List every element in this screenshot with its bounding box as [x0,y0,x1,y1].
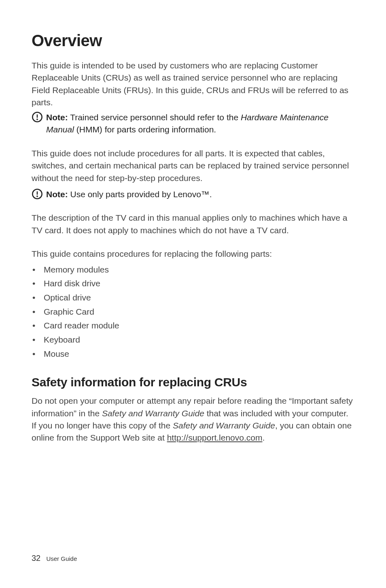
note-prefix: Note: [46,113,68,122]
bullet-icon: • [32,319,44,333]
footer-label: User Guide [46,555,77,562]
svg-point-2 [37,119,37,119]
list-item: •Memory modules [32,263,354,277]
list-item-label: Mouse [44,347,69,361]
list-item-label: Memory modules [44,263,109,277]
svg-point-5 [37,196,37,196]
list-item: •Optical drive [32,291,354,305]
note-lenovo-parts: Note: Use only parts provided by Lenovo™… [32,188,354,200]
list-item: •Hard disk drive [32,277,354,291]
section-heading-safety: Safety information for replacing CRUs [32,375,354,389]
note-trained-personnel: Note: Trained service personnel should r… [32,111,354,136]
list-item-label: Optical drive [44,291,91,305]
note-body: Use only parts provided by Lenovo™. [68,190,212,199]
list-item-label: Keyboard [44,333,80,347]
bullet-icon: • [32,305,44,319]
scope-paragraph: This guide does not include procedures f… [32,147,354,184]
note-body-after: (HMM) for parts ordering information. [74,125,216,134]
bullet-icon: • [32,333,44,347]
bullet-icon: • [32,291,44,305]
bullet-icon: • [32,277,44,291]
list-item: •Graphic Card [32,305,354,319]
list-intro: This guide contains procedures for repla… [32,248,354,260]
safety-text-4: . [262,433,265,442]
safety-paragraph: Do not open your computer or attempt any… [32,395,354,444]
note-prefix: Note: [46,190,68,199]
note-text: Note: Use only parts provided by Lenovo™… [46,188,212,200]
support-link[interactable]: http://support.lenovo.com [167,433,263,442]
parts-list: •Memory modules •Hard disk drive •Optica… [32,263,354,361]
list-item-label: Graphic Card [44,305,94,319]
bullet-icon: • [32,263,44,277]
safety-italic-2: Safety and Warranty Guide [173,421,275,430]
page-title: Overview [32,32,354,50]
note-text: Note: Trained service personnel should r… [46,111,354,136]
alert-circle-icon [32,188,43,200]
bullet-icon: • [32,347,44,361]
safety-italic-1: Safety and Warranty Guide [102,409,204,418]
list-item: •Keyboard [32,333,354,347]
list-item: •Card reader module [32,319,354,333]
list-item-label: Hard disk drive [44,277,100,291]
page-number: 32 [32,554,40,562]
page-footer: 32 User Guide [32,554,77,563]
list-item: •Mouse [32,347,354,361]
list-item-label: Card reader module [44,319,119,333]
note-body-before: Trained service personnel should refer t… [68,113,241,122]
intro-paragraph: This guide is intended to be used by cus… [32,60,354,109]
tv-card-paragraph: The description of the TV card in this m… [32,212,354,236]
alert-circle-icon [32,111,43,123]
